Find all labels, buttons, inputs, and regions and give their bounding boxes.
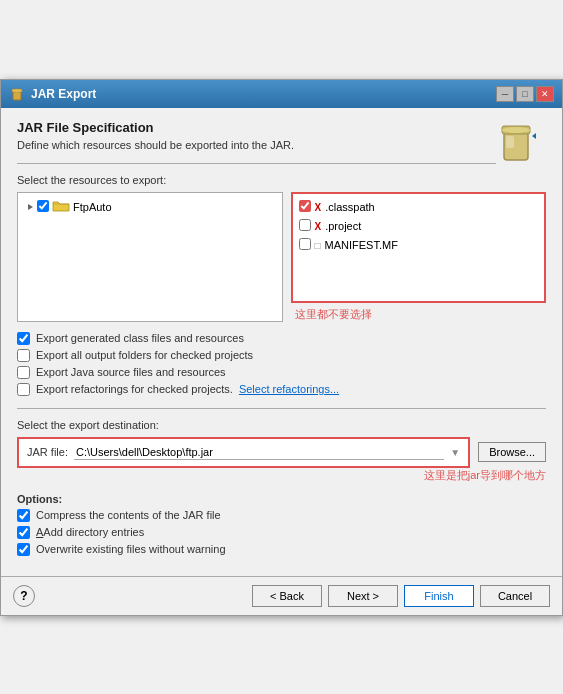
overwrite-label: Overwrite existing files without warning bbox=[36, 543, 226, 555]
header-divider bbox=[17, 163, 496, 164]
jar-icon-large bbox=[496, 116, 536, 171]
maximize-btn[interactable]: □ bbox=[516, 86, 534, 102]
tree-panel[interactable]: FtpAuto bbox=[17, 192, 283, 322]
checkbox-ftpauto[interactable] bbox=[37, 200, 49, 215]
refactorings-link[interactable]: Select refactorings... bbox=[239, 383, 339, 395]
option2-label: Export all output folders for checked pr… bbox=[36, 349, 253, 361]
file-label-classpath: .classpath bbox=[325, 201, 375, 213]
right-panel-container: X .classpath X .project □ bbox=[291, 192, 547, 322]
resources-label: Select the resources to export: bbox=[17, 174, 546, 186]
jar-icon-small bbox=[9, 86, 25, 102]
next-button[interactable]: Next > bbox=[328, 585, 398, 607]
jar-path-input[interactable] bbox=[74, 445, 444, 460]
ftpauto-checkbox[interactable] bbox=[37, 200, 49, 212]
file-item-project[interactable]: X .project bbox=[297, 217, 541, 236]
file-icon-manifest: □ bbox=[315, 240, 321, 251]
add-dir-label: AAdd directory entries bbox=[36, 526, 144, 538]
option3-checkbox[interactable] bbox=[17, 366, 30, 379]
file-checkbox-manifest[interactable] bbox=[299, 238, 311, 253]
compress-row[interactable]: Compress the contents of the JAR file bbox=[17, 509, 546, 522]
svg-marker-8 bbox=[28, 204, 33, 210]
export-dest-label: Select the export destination: bbox=[17, 419, 546, 431]
option3-row[interactable]: Export Java source files and resources bbox=[17, 366, 546, 379]
file-icon-classpath: X bbox=[315, 202, 322, 213]
option4-row[interactable]: Export refactorings for checked projects… bbox=[17, 383, 546, 396]
export-dest-section: Select the export destination: JAR file:… bbox=[17, 419, 546, 483]
resources-panel: FtpAuto X .classpath bbox=[17, 192, 546, 322]
title-bar: JAR Export ─ □ ✕ bbox=[1, 80, 562, 108]
bottom-right: < Back Next > Finish Cancel bbox=[252, 585, 550, 607]
window-title: JAR Export bbox=[31, 87, 96, 101]
option1-row[interactable]: Export generated class files and resourc… bbox=[17, 332, 546, 345]
file-checkbox-project[interactable] bbox=[299, 219, 311, 234]
file-item-manifest[interactable]: □ MANIFEST.MF bbox=[297, 236, 541, 255]
file-list-panel[interactable]: X .classpath X .project □ bbox=[291, 192, 547, 303]
export-options-section: Export generated class files and resourc… bbox=[17, 332, 546, 396]
option2-checkbox[interactable] bbox=[17, 349, 30, 362]
cancel-button[interactable]: Cancel bbox=[480, 585, 550, 607]
main-content: JAR File Specification Define which reso… bbox=[1, 108, 562, 576]
option4-prefix: Export refactorings for checked projects… bbox=[36, 383, 233, 395]
help-button[interactable]: ? bbox=[13, 585, 35, 607]
tree-item-label: FtpAuto bbox=[73, 201, 112, 213]
file-item-classpath[interactable]: X .classpath bbox=[297, 198, 541, 217]
option1-checkbox[interactable] bbox=[17, 332, 30, 345]
bottom-left: ? bbox=[13, 585, 35, 607]
title-bar-buttons: ─ □ ✕ bbox=[496, 86, 554, 102]
option1-label: Export generated class files and resourc… bbox=[36, 332, 244, 344]
jar-file-label: JAR file: bbox=[27, 446, 68, 458]
overwrite-checkbox[interactable] bbox=[17, 543, 30, 556]
svg-rect-0 bbox=[13, 91, 21, 100]
back-button[interactable]: < Back bbox=[252, 585, 322, 607]
jar-export-window: JAR Export ─ □ ✕ JAR File Specification … bbox=[0, 79, 563, 616]
close-btn[interactable]: ✕ bbox=[536, 86, 554, 102]
svg-point-2 bbox=[12, 89, 22, 92]
section-divider bbox=[17, 408, 546, 409]
option4-checkbox[interactable] bbox=[17, 383, 30, 396]
expand-arrow bbox=[26, 200, 34, 214]
dest-annotation: 这里是把jar导到哪个地方 bbox=[17, 468, 546, 483]
overwrite-row[interactable]: Overwrite existing files without warning bbox=[17, 543, 546, 556]
finish-button[interactable]: Finish bbox=[404, 585, 474, 607]
bottom-bar: ? < Back Next > Finish Cancel bbox=[1, 576, 562, 615]
file-checkbox-classpath[interactable] bbox=[299, 200, 311, 215]
browse-button[interactable]: Browse... bbox=[478, 442, 546, 462]
add-dir-row[interactable]: AAdd directory entries bbox=[17, 526, 546, 539]
tree-row-ftpauto[interactable]: FtpAuto bbox=[22, 197, 278, 218]
compress-checkbox[interactable] bbox=[17, 509, 30, 522]
option2-row[interactable]: Export all output folders for checked pr… bbox=[17, 349, 546, 362]
file-icon-project: X bbox=[315, 221, 322, 232]
file-label-manifest: MANIFEST.MF bbox=[325, 239, 398, 251]
title-bar-left: JAR Export bbox=[9, 86, 96, 102]
svg-point-5 bbox=[502, 127, 530, 133]
page-title: JAR File Specification bbox=[17, 120, 546, 135]
svg-marker-7 bbox=[532, 130, 536, 142]
compress-label: Compress the contents of the JAR file bbox=[36, 509, 221, 521]
file-annotation: 这里都不要选择 bbox=[291, 307, 547, 322]
option3-label: Export Java source files and resources bbox=[36, 366, 226, 378]
page-description: Define which resources should be exporte… bbox=[17, 139, 546, 151]
options-title: Options: bbox=[17, 493, 546, 505]
export-dest-row: JAR file: ▼ bbox=[17, 437, 470, 468]
options-section: Options: Compress the contents of the JA… bbox=[17, 493, 546, 556]
svg-rect-6 bbox=[506, 136, 514, 148]
folder-icon bbox=[52, 199, 70, 216]
add-dir-checkbox[interactable] bbox=[17, 526, 30, 539]
add-dir-label-rest: Add directory entries bbox=[43, 526, 144, 538]
minimize-btn[interactable]: ─ bbox=[496, 86, 514, 102]
file-label-project: .project bbox=[325, 220, 361, 232]
